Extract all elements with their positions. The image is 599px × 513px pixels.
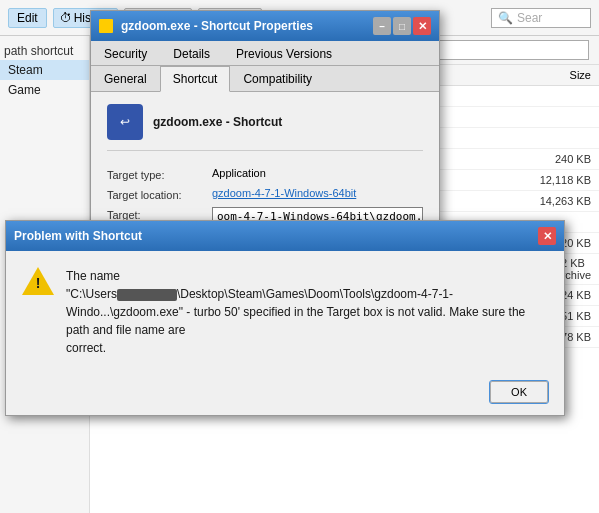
target-label: Target: — [107, 207, 212, 221]
target-location-row: Target location: gzdoom-4-7-1-Windows-64… — [107, 187, 423, 201]
ok-button[interactable]: OK — [490, 381, 548, 403]
problem-dialog-titlebar: Problem with Shortcut ✕ — [6, 221, 564, 251]
redacted-username — [117, 289, 177, 301]
sidebar-path-shortcut[interactable]: path shortcut — [0, 42, 89, 60]
tab-general[interactable]: General — [91, 66, 160, 92]
sidebar-item-game[interactable]: Game — [0, 80, 89, 100]
problem-message: The name "C:\Users \Desktop\Steam\Games\… — [66, 267, 548, 357]
search-box[interactable]: 🔍 Sear — [491, 8, 591, 28]
shortcut-properties-dialog: gzdoom.exe - Shortcut Properties – □ ✕ S… — [90, 10, 440, 245]
maximize-button[interactable]: □ — [393, 17, 411, 35]
history-icon: ⏱ — [60, 11, 72, 25]
target-location-value[interactable]: gzdoom-4-7-1-Windows-64bit — [212, 187, 423, 199]
problem-dialog-close-button[interactable]: ✕ — [538, 227, 556, 245]
target-type-row: Target type: Application — [107, 167, 423, 181]
problem-dialog-body: ! The name "C:\Users \Desktop\Steam\Game… — [6, 251, 564, 373]
shortcut-app-icon: ↩ — [107, 104, 143, 140]
edit-button[interactable]: Edit — [8, 8, 47, 28]
tab-shortcut[interactable]: Shortcut — [160, 66, 231, 92]
target-type-label: Target type: — [107, 167, 212, 181]
dialog-tabs: Security Details Previous Versions — [91, 41, 439, 66]
target-type-value: Application — [212, 167, 423, 179]
problem-dialog-buttons: OK — [6, 373, 564, 415]
dialog-tabs-row2: General Shortcut Compatibility — [91, 66, 439, 92]
target-location-label: Target location: — [107, 187, 212, 201]
problem-shortcut-dialog: Problem with Shortcut ✕ ! The name "C:\U… — [5, 220, 565, 416]
sidebar-item-steam[interactable]: Steam — [0, 60, 89, 80]
size-column-header[interactable]: Size — [519, 67, 599, 83]
search-icon: 🔍 — [498, 11, 513, 25]
shortcut-dialog-title-icon — [99, 19, 113, 33]
tab-previous-versions[interactable]: Previous Versions — [223, 41, 345, 66]
warning-icon: ! — [22, 267, 54, 299]
shortcut-dialog-titlebar: gzdoom.exe - Shortcut Properties – □ ✕ — [91, 11, 439, 41]
tab-details[interactable]: Details — [160, 41, 223, 66]
minimize-button[interactable]: – — [373, 17, 391, 35]
shortcut-header: ↩ gzdoom.exe - Shortcut — [107, 104, 423, 151]
shortcut-name-label: gzdoom.exe - Shortcut — [153, 115, 282, 129]
tab-compatibility[interactable]: Compatibility — [230, 66, 325, 92]
close-button[interactable]: ✕ — [413, 17, 431, 35]
tab-security[interactable]: Security — [91, 41, 160, 66]
